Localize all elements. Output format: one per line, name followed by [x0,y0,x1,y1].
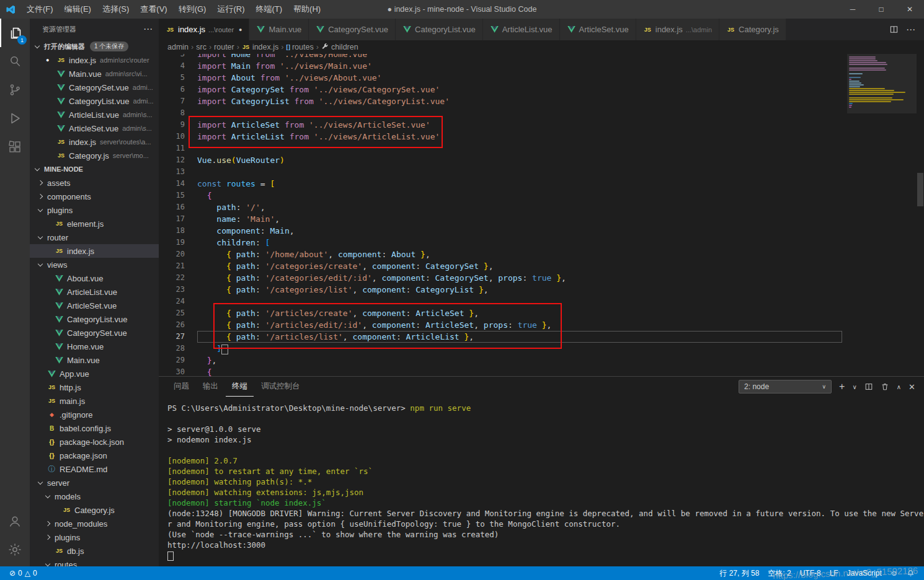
code-line-13[interactable]: 13 [159,166,924,178]
tree-folder-views[interactable]: views [30,258,159,271]
cursor-position[interactable]: 行 27, 列 58 [715,568,763,579]
open-editor-index-js[interactable]: ●JSindex.jsadmin\src\router [30,53,159,67]
menu-help[interactable]: 帮助(H) [288,0,326,19]
tree-file-main-vue[interactable]: Main.vue [30,353,159,367]
split-editor-button[interactable] [889,25,899,34]
scrollbar-thumb[interactable] [917,173,923,206]
breadcrumb-src[interactable]: src [196,43,207,51]
open-editor-articleset-vue[interactable]: ArticleSet.vueadmin\s... [30,121,159,135]
workspace-header[interactable]: MINE-NODE [30,162,159,176]
code-line-20[interactable]: 20 { path: '/home/about', component: Abo… [159,248,924,260]
indentation-indicator[interactable]: 空格: 2 [763,568,795,579]
code-line-11[interactable]: 11 [159,143,924,154]
tree-folder-router[interactable]: router [30,231,159,244]
menu-go[interactable]: 转到(G) [173,0,212,19]
menu-terminal[interactable]: 终端(T) [250,0,288,19]
activity-run-debug[interactable] [0,104,30,133]
minimize-button[interactable]: ─ [838,0,867,19]
breadcrumb-routes[interactable]: [ ]routes [286,43,313,51]
encoding-indicator[interactable]: UTF-8 [796,569,825,578]
tree-file-articlelist-vue[interactable]: ArticleList.vue [30,285,159,299]
kill-terminal-button[interactable] [881,382,889,391]
maximize-button[interactable]: □ [867,0,895,19]
tab-categoryset-vue[interactable]: CategorySet.vue [309,19,396,40]
breadcrumb-children[interactable]: children [321,43,358,51]
maximize-panel-button[interactable]: ∧ [897,384,901,390]
code-line-14[interactable]: 14const routes = [ [159,178,924,190]
tree-folder-node-modules[interactable]: node_modules [30,517,159,530]
tree-file-gitignore[interactable]: ◆.gitignore [30,408,159,421]
code-line-10[interactable]: 10import ArticleList from '../views/Arti… [159,131,924,143]
tree-file-app-vue[interactable]: App.vue [30,367,159,380]
eol-indicator[interactable]: LF [825,569,843,578]
code-line-16[interactable]: 16 path: '/', [159,201,924,213]
breadcrumb-index-js[interactable]: JSindex.js [242,43,278,51]
terminal-select[interactable]: 2: node ∨ [739,380,832,393]
tree-file-babel-config-js[interactable]: Bbabel.config.js [30,421,159,435]
code-line-9[interactable]: 9import ArticleSet from '../views/Articl… [159,119,924,131]
tree-file-category-js[interactable]: JSCategory.js [30,503,159,517]
panel-tab-debug-console[interactable]: 调试控制台 [255,377,306,397]
tree-file-categorylist-vue[interactable]: CategoryList.vue [30,312,159,326]
code-line-12[interactable]: 12Vue.use(VueRouter) [159,154,924,166]
code-line-21[interactable]: 21 { path: '/categories/create', compone… [159,260,924,272]
open-editors-header[interactable]: 打开的编辑器 1 个未保存 [30,40,159,53]
tab-main-vue[interactable]: Main.vue [249,19,309,40]
code-line-17[interactable]: 17 name: 'Main', [159,213,924,225]
code-line-15[interactable]: 15 { [159,190,924,201]
tree-folder-server[interactable]: server [30,476,159,490]
tree-file-db-js[interactable]: JSdb.js [30,544,159,558]
tree-folder-plugins[interactable]: plugins [30,203,159,217]
tree-file-package-lock-json[interactable]: {}package-lock.json [30,435,159,449]
new-terminal-button[interactable]: + [839,381,845,392]
open-editor-category-js[interactable]: JSCategory.jsserver\mo... [30,149,159,162]
activity-search[interactable] [0,47,30,76]
code-line-24[interactable]: 24 [159,296,924,307]
tree-folder-plugins[interactable]: plugins [30,530,159,544]
close-button[interactable]: ✕ [895,0,924,19]
close-panel-button[interactable]: ✕ [908,382,915,392]
code-line-27[interactable]: 27 { path: '/articles/list', component: … [159,331,924,343]
code-editor[interactable]: 3import Home from '../views/Home.vue'4im… [159,54,924,376]
tree-file-main-js[interactable]: JSmain.js [30,394,159,408]
tree-file-index-js[interactable]: JSindex.js [30,244,159,258]
split-terminal-button[interactable] [864,382,873,391]
language-mode[interactable]: JavaScript [843,569,886,578]
minimap[interactable] [847,54,917,376]
code-line-25[interactable]: 25 { path: '/articles/create', component… [159,307,924,319]
code-line-29[interactable]: 29 }, [159,354,924,366]
more-actions-icon[interactable]: ⋯ [143,24,153,35]
activity-source-control[interactable] [0,76,30,104]
more-actions-icon[interactable]: ⋯ [906,24,915,35]
tree-folder-models[interactable]: models [30,490,159,503]
panel-tab-output[interactable]: 输出 [197,377,224,397]
tree-file-http-js[interactable]: JShttp.js [30,380,159,394]
breadcrumb-router[interactable]: router [214,43,234,51]
code-line-19[interactable]: 19 children: [ [159,237,924,248]
menu-view[interactable]: 查看(V) [135,0,172,19]
settings-button[interactable] [0,535,30,564]
activity-explorer[interactable]: 1 [0,19,30,47]
open-editor-categoryset-vue[interactable]: CategorySet.vueadmi... [30,81,159,94]
terminal-dropdown-icon[interactable]: ∨ [852,384,856,390]
code-line-18[interactable]: 18 component: Main, [159,225,924,237]
code-line-7[interactable]: 7import CategoryList from '../views/Cate… [159,95,924,107]
tree-file-element-js[interactable]: JSelement.js [30,217,159,231]
tree-file-readme-md[interactable]: ⓘREADME.md [30,462,159,476]
code-line-5[interactable]: 5import About from '../views/About.vue' [159,72,924,84]
open-editor-main-vue[interactable]: Main.vueadmin\src\vi... [30,67,159,81]
tree-folder-components[interactable]: components [30,190,159,203]
activity-extensions[interactable] [0,133,30,161]
panel-tab-terminal[interactable]: 终端 [226,377,254,397]
open-editor-categorylist-vue[interactable]: CategoryList.vueadmi... [30,94,159,108]
editor-scrollbar[interactable] [917,54,924,376]
tab-index-js[interactable]: JSindex.js...\admin [636,19,719,40]
tab-category-js[interactable]: JSCategory.js [719,19,786,40]
menu-selection[interactable]: 选择(S) [97,0,135,19]
tree-file-categoryset-vue[interactable]: CategorySet.vue [30,326,159,340]
tree-file-package-json[interactable]: {}package.json [30,449,159,462]
tree-file-home-vue[interactable]: Home.vue [30,340,159,353]
tab-categorylist-vue[interactable]: CategoryList.vue [396,19,483,40]
terminal-output[interactable]: PS C:\Users\Administrator\Desktop\mine-n… [159,397,924,566]
menu-run[interactable]: 运行(R) [211,0,250,19]
